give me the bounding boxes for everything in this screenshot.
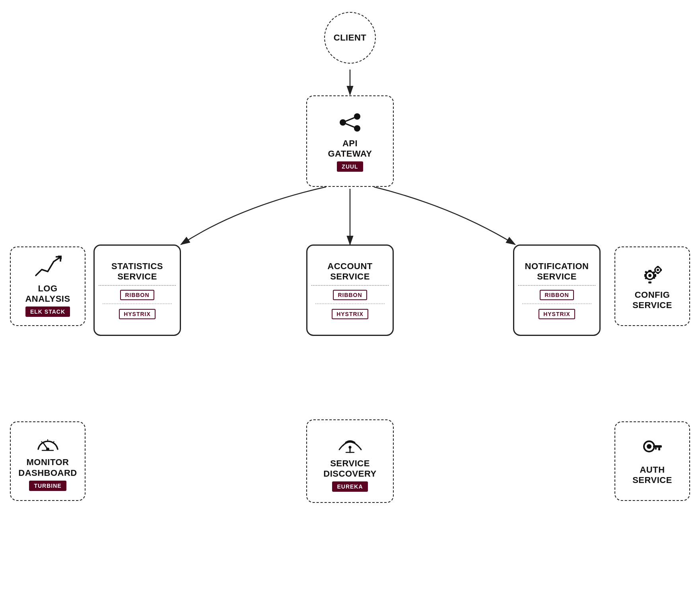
auth-service-node: AUTH SERVICE [614,421,690,501]
key-icon [640,437,664,462]
svg-rect-16 [654,274,656,277]
svg-rect-42 [655,448,657,450]
zuul-badge: ZUUL [337,161,363,172]
account-hystrix-badge: HYSTRIX [332,309,368,319]
account-service-node: ACCOUNTSERVICE RIBBON HYSTRIX [306,244,394,336]
client-label: CLIENT [334,33,366,43]
svg-rect-40 [653,445,662,448]
divider1 [99,285,176,286]
svg-rect-25 [654,269,656,271]
svg-point-22 [657,269,659,271]
service-discovery-label: SERVICEDISCOVERY [323,458,376,479]
svg-point-12 [648,274,651,277]
statistics-label: STATISTICSSERVICE [111,261,163,282]
statistics-ribbon-badge: RIBBON [120,290,154,300]
client-node: CLIENT [324,12,376,64]
svg-rect-24 [657,272,659,274]
auth-label: AUTH SERVICE [620,465,684,486]
svg-point-37 [348,446,351,448]
api-gateway-node: APIGATEWAY ZUUL [306,95,394,187]
notification-badges: RIBBON HYSTRIX [518,288,595,319]
statistics-badges: RIBBON HYSTRIX [99,288,176,319]
account-ribbon-badge: RIBBON [333,290,367,300]
elk-stack-badge: ELK STACK [25,306,70,317]
svg-line-6 [346,118,354,121]
speedometer-icon [35,431,61,455]
monitor-dashboard-node: MONITORDASHBOARD TURBINE [10,421,86,501]
config-label: CONFIG SERVICE [620,290,684,311]
account-label: ACCOUNTSERVICE [327,261,373,282]
svg-point-39 [647,444,651,449]
turbine-badge: TURBINE [29,481,66,491]
svg-line-7 [346,124,354,127]
svg-point-4 [354,125,360,132]
wifi-icon [337,431,363,456]
notification-label: NOTIFICATIONSERVICE [525,261,589,282]
svg-rect-14 [648,281,651,283]
chart-icon [34,256,62,281]
architecture-diagram: CLIENT APIGATEWAY ZUUL [0,0,700,613]
divider3 [518,285,595,286]
eureka-badge: EUREKA [332,481,368,492]
svg-rect-13 [648,270,651,272]
log-analysis-node: LOGANALYSIS ELK STACK [10,246,86,326]
log-analysis-label: LOGANALYSIS [25,283,70,305]
gear-icon [640,262,665,287]
statistics-service-node: STATISTICSSERVICE RIBBON HYSTRIX [93,244,181,336]
api-gateway-label: APIGATEWAY [328,138,372,159]
service-discovery-node: SERVICEDISCOVERY EUREKA [306,419,394,503]
statistics-hystrix-badge: HYSTRIX [119,309,156,319]
svg-rect-41 [658,448,660,450]
svg-rect-23 [657,266,659,268]
svg-rect-15 [644,274,646,277]
notification-ribbon-badge: RIBBON [540,290,574,300]
config-service-node: CONFIG SERVICE [614,246,690,326]
divider2 [311,285,389,286]
svg-rect-26 [660,269,662,271]
svg-point-5 [340,119,346,126]
notification-hystrix-badge: HYSTRIX [539,309,575,319]
notification-service-node: NOTIFICATIONSERVICE RIBBON HYSTRIX [513,244,601,336]
account-badges: RIBBON HYSTRIX [311,288,389,319]
monitor-label: MONITORDASHBOARD [18,457,77,478]
svg-point-3 [354,113,360,120]
share-icon [338,111,362,136]
